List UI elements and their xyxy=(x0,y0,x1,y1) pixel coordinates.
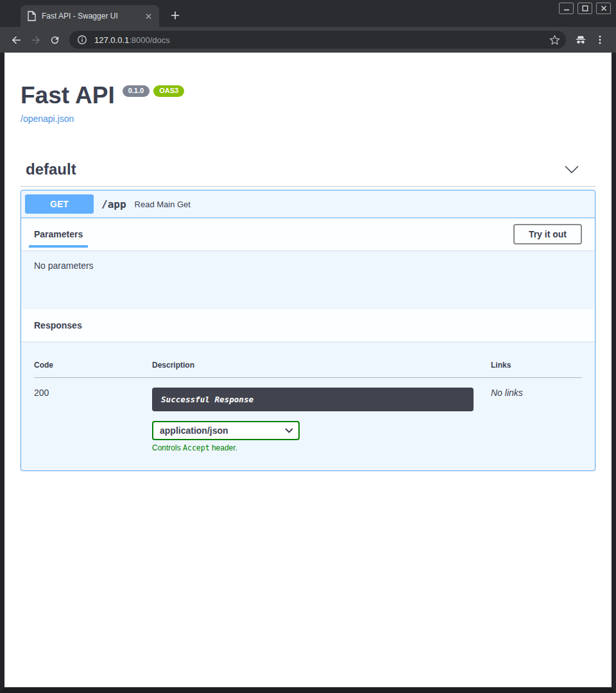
responses-table: Code Description Links 200 Successful Re… xyxy=(34,361,582,452)
browser-window: Fast API - Swagger UI xyxy=(0,0,616,693)
version-badge: 0.1.0 xyxy=(123,85,150,97)
new-tab-button[interactable] xyxy=(167,7,184,24)
operation-summary[interactable]: GET /app Read Main Get xyxy=(21,191,595,218)
api-badges: 0.1.0 OAS3 xyxy=(123,85,184,97)
reload-button[interactable] xyxy=(45,30,64,49)
url-path: :8000/docs xyxy=(129,35,170,45)
tab-title: Fast API - Swagger UI xyxy=(42,12,142,21)
tab-parameters[interactable]: Parameters xyxy=(29,229,88,239)
back-arrow-icon xyxy=(10,34,22,46)
openapi-spec-link[interactable]: /openapi.json xyxy=(21,114,74,124)
column-header-links: Links xyxy=(491,361,582,378)
try-it-out-button[interactable]: Try it out xyxy=(513,224,582,244)
media-type-block: application/json Controls Accept header. xyxy=(152,421,491,452)
plus-icon xyxy=(171,11,180,20)
browser-toolbar: 127.0.0.1:8000/docs xyxy=(0,27,616,53)
browser-menu-button[interactable] xyxy=(590,30,610,49)
api-info-header: Fast API 0.1.0 OAS3 /openapi.json xyxy=(21,53,595,124)
responses-title: Responses xyxy=(34,320,82,330)
browser-tab[interactable]: Fast API - Swagger UI xyxy=(21,5,159,27)
back-button[interactable] xyxy=(6,30,26,49)
tab-close-button[interactable] xyxy=(142,10,154,22)
oas3-badge: OAS3 xyxy=(153,85,184,97)
maximize-button[interactable] xyxy=(578,3,592,14)
star-icon xyxy=(549,35,560,46)
responses-body: Code Description Links 200 Successful Re… xyxy=(21,341,595,470)
responses-section-header: Responses xyxy=(21,309,595,341)
tab-strip: Fast API - Swagger UI xyxy=(0,0,616,27)
chevron-down-icon xyxy=(565,166,579,173)
tag-name: default xyxy=(26,160,76,178)
bookmark-button[interactable] xyxy=(547,32,562,47)
close-icon xyxy=(601,5,607,12)
accept-header-hint: Controls Accept header. xyxy=(152,443,491,452)
parameters-body: No parameters xyxy=(21,250,595,309)
column-header-description: Description xyxy=(152,361,491,378)
response-row-200: 200 Successful Response application/json xyxy=(34,378,582,453)
column-header-code: Code xyxy=(34,361,152,378)
endpoint-summary: Read Main Get xyxy=(135,200,191,209)
tag-section-header[interactable]: default xyxy=(21,160,595,187)
operation-block-get-app: GET /app Read Main Get Parameters Try it… xyxy=(21,190,595,471)
maximize-icon xyxy=(582,5,588,12)
response-links: No links xyxy=(491,378,582,453)
site-info-button[interactable] xyxy=(77,35,87,45)
page-title: Fast API xyxy=(21,83,115,107)
reload-icon xyxy=(49,35,60,46)
response-description: Successful Response xyxy=(152,388,474,411)
close-icon xyxy=(146,13,151,19)
url-text: 127.0.0.1:8000/docs xyxy=(94,35,547,45)
minimize-button[interactable] xyxy=(559,3,574,14)
minimize-icon xyxy=(563,5,570,12)
forward-button[interactable] xyxy=(26,30,45,49)
incognito-icon xyxy=(574,33,587,46)
no-parameters-message: No parameters xyxy=(34,261,94,271)
forward-arrow-icon xyxy=(30,34,42,46)
url-host: 127.0.0.1 xyxy=(94,35,129,45)
response-code: 200 xyxy=(34,378,152,453)
close-window-button[interactable] xyxy=(596,3,611,14)
media-type-select[interactable]: application/json xyxy=(152,421,300,440)
page-favicon-icon xyxy=(27,11,36,21)
kebab-menu-icon xyxy=(595,35,605,45)
incognito-badge xyxy=(571,30,590,49)
endpoint-path: /app xyxy=(101,198,126,210)
window-controls xyxy=(559,3,611,14)
page-body: Fast API 0.1.0 OAS3 /openapi.json defaul… xyxy=(0,53,616,693)
parameters-section-header: Parameters Try it out xyxy=(21,218,595,250)
accept-code: Accept xyxy=(183,443,210,452)
http-method-badge: GET xyxy=(25,194,94,214)
address-bar[interactable]: 127.0.0.1:8000/docs xyxy=(69,31,566,49)
info-icon xyxy=(77,35,87,45)
